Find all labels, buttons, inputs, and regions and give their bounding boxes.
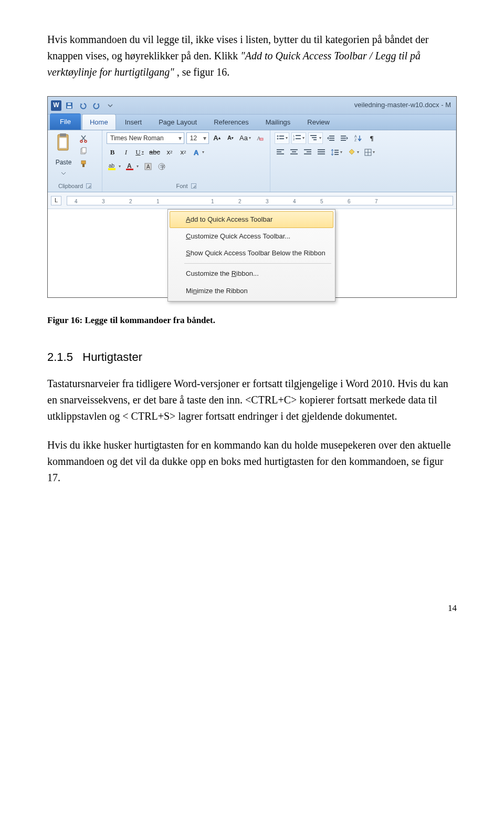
ribbon: Paste Clipboard	[48, 130, 456, 192]
align-center-icon[interactable]	[288, 147, 300, 158]
heading-2-1-5: 2.1.5 Hurtigtaster	[47, 348, 457, 366]
clear-formatting-icon[interactable]: A	[254, 132, 266, 144]
svg-rect-30	[296, 138, 301, 139]
svg-rect-32	[312, 137, 317, 138]
tab-insert[interactable]: Insert	[117, 114, 150, 130]
title-bar: W veiledning-master-w10.docx - M	[48, 97, 456, 115]
subscript-icon[interactable]: x2	[164, 147, 175, 158]
tab-page-layout[interactable]: Page Layout	[151, 114, 205, 130]
menu-separator	[184, 263, 331, 264]
horizontal-ruler[interactable]: 4 3 2 1 1 2 3 4 5 6 7	[67, 196, 453, 205]
font-size-combo[interactable]: 12 ▾	[186, 132, 209, 144]
font-name-combo[interactable]: Times New Roman ▾	[107, 132, 184, 144]
svg-rect-34	[329, 136, 334, 137]
figure-16-caption: Figur 16: Legge til kommandoer fra bånde…	[47, 314, 457, 327]
svg-rect-50	[304, 153, 311, 154]
superscript-icon[interactable]: x2	[177, 147, 189, 158]
svg-rect-37	[341, 136, 346, 137]
svg-rect-49	[307, 151, 311, 152]
enclose-characters-icon[interactable]: 字	[156, 161, 167, 172]
line-spacing-icon[interactable]: ▾	[329, 147, 344, 158]
strikethrough-icon[interactable]: abc	[148, 147, 162, 158]
ribbon-tabstrip: File Home Insert Page Layout References …	[48, 115, 456, 130]
clipboard-dialog-launcher-icon[interactable]	[86, 183, 91, 189]
text-effects-icon[interactable]: A▾	[191, 147, 206, 158]
svg-rect-13	[260, 138, 263, 140]
qat-customize-icon[interactable]	[104, 100, 116, 111]
sort-icon[interactable]: AZ	[352, 132, 364, 144]
align-right-icon[interactable]	[302, 147, 313, 158]
svg-text:Z: Z	[354, 138, 357, 142]
undo-icon[interactable]	[77, 100, 89, 111]
paste-button[interactable]: Paste	[52, 132, 75, 178]
justify-icon[interactable]	[316, 147, 327, 158]
svg-rect-43	[277, 151, 281, 152]
highlight-icon[interactable]: ab▾	[107, 161, 122, 172]
change-case-icon[interactable]: Aa▾	[238, 132, 252, 144]
svg-rect-53	[318, 153, 325, 154]
decrease-indent-icon[interactable]	[325, 132, 337, 144]
font-size-value: 12	[190, 133, 197, 143]
italic-icon[interactable]: I	[120, 147, 132, 158]
svg-rect-36	[329, 140, 334, 141]
format-painter-icon[interactable]	[78, 159, 89, 169]
figure-16-screenshot: W veiledning-master-w10.docx - M File Ho…	[47, 96, 457, 298]
svg-rect-35	[329, 138, 334, 139]
page-number: 14	[47, 602, 457, 615]
show-hide-icon[interactable]: ¶	[366, 132, 377, 144]
bold-icon[interactable]: B	[107, 147, 118, 158]
grow-font-icon[interactable]: A▴	[211, 132, 223, 144]
heading-number: 2.1.5	[47, 350, 73, 364]
tab-home[interactable]: Home	[82, 114, 116, 130]
numbering-icon[interactable]: 12▾	[291, 132, 306, 144]
font-dialog-launcher-icon[interactable]	[191, 183, 196, 189]
paragraph-1: Hvis kommandoen du vil legge til, ikke v…	[47, 32, 457, 80]
svg-rect-33	[313, 139, 317, 140]
tab-file[interactable]: File	[50, 113, 81, 130]
borders-icon[interactable]: ▾	[363, 147, 376, 158]
svg-rect-5	[59, 138, 67, 148]
copy-icon[interactable]	[78, 146, 89, 157]
font-group-label: Font	[176, 182, 187, 191]
save-icon[interactable]	[64, 100, 75, 111]
svg-rect-26	[279, 138, 284, 139]
menu-customize-ribbon[interactable]: Customize the Ribbon...	[170, 265, 333, 282]
multilevel-list-icon[interactable]: ▾	[308, 132, 323, 144]
menu-show-qat-below[interactable]: Show Quick Access Toolbar Below the Ribb…	[170, 245, 333, 262]
shading-icon[interactable]: ▾	[346, 147, 361, 158]
tab-mailings[interactable]: Mailings	[258, 114, 299, 130]
cut-icon[interactable]	[78, 133, 89, 144]
paragraph-3: Hvis du ikke husker hurtigtasten for en …	[47, 437, 457, 486]
tab-selector-button[interactable]: L	[51, 196, 61, 205]
clipboard-group-label: Clipboard	[58, 182, 83, 191]
shrink-font-icon[interactable]: A▾	[225, 132, 236, 144]
redo-icon[interactable]	[91, 100, 102, 111]
font-color-icon[interactable]: A▾	[124, 161, 140, 172]
svg-rect-16	[108, 168, 116, 170]
document-area[interactable]: Add to Quick Access Toolbar Customize Qu…	[48, 209, 456, 297]
menu-customize-qat[interactable]: Customize Quick Access Toolbar...	[170, 228, 333, 245]
svg-rect-4	[60, 133, 66, 137]
bullets-icon[interactable]: ▾	[275, 132, 289, 144]
svg-text:A: A	[194, 149, 199, 157]
svg-rect-2	[68, 103, 71, 105]
increase-indent-icon[interactable]	[339, 132, 350, 144]
svg-rect-39	[341, 140, 346, 141]
character-shading-icon[interactable]: A	[142, 161, 154, 172]
paragraph-2: Tastatursnarveier fra tidligere Word-ver…	[47, 376, 457, 424]
svg-point-23	[277, 136, 279, 137]
group-paragraph: ▾ 12▾ ▾ AZ	[270, 130, 456, 192]
svg-rect-55	[334, 152, 339, 153]
tab-references[interactable]: References	[206, 114, 256, 130]
svg-point-25	[277, 138, 279, 140]
svg-rect-51	[318, 149, 325, 150]
svg-rect-10	[81, 161, 86, 164]
align-left-icon[interactable]	[275, 147, 286, 158]
tab-review[interactable]: Review	[299, 114, 338, 130]
svg-point-7	[85, 140, 87, 142]
underline-icon[interactable]: U▾	[134, 147, 145, 158]
menu-minimize-ribbon[interactable]: Minimize the Ribbon	[170, 283, 333, 299]
font-name-value: Times New Roman	[110, 133, 164, 143]
svg-rect-9	[82, 148, 86, 153]
menu-add-to-qat[interactable]: Add to Quick Access Toolbar	[170, 211, 333, 228]
